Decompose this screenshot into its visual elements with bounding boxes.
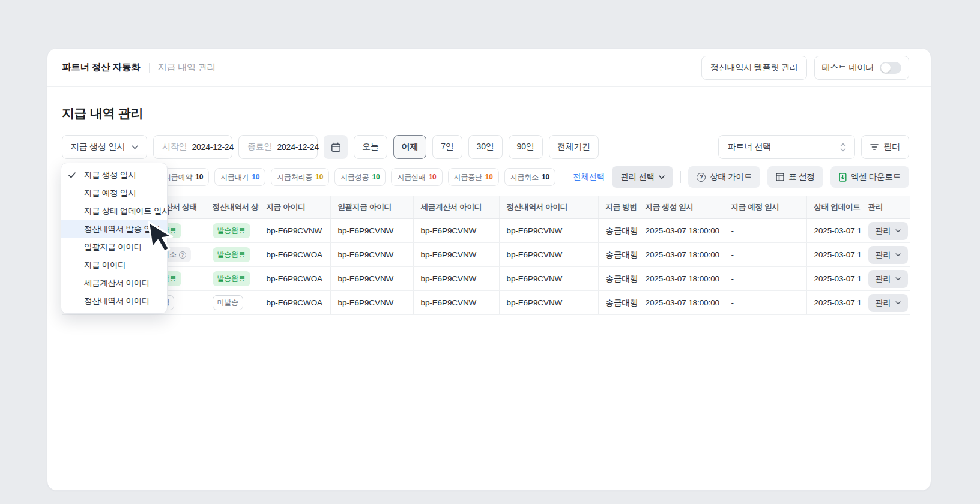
cell-method: 송금대행 [598,267,638,291]
status-chip-count: 10 [485,173,493,181]
cell-updated: 2025-03-07 18:00:00 [806,243,861,267]
cell-payment-id: bp-E6P9CWOA [259,291,330,315]
cell-payment-id: bp-E6P9CWOA [259,267,330,291]
status-guide-button[interactable]: ? 상태 가이드 [688,166,760,188]
table-grid-icon [776,173,784,181]
status-chip-label: 지급취소 [510,172,539,182]
cell-tax-id: bp-E6P9CVNW [413,291,499,315]
table-settings-button[interactable]: 표 설정 [767,166,823,188]
quick-range-button[interactable]: 어제 [393,135,427,159]
table-row: 발행완료발송완료bp-E6P9CVNWbp-E6P9CVNWbp-E6P9CVN… [62,219,910,243]
menu-item[interactable]: 지급 생성 일시 [61,166,167,184]
column-header-stmt-id: 정산내역서 아이디 [499,196,598,219]
date-type-menu: 지급 생성 일시지급 예정 일시지급 상태 업데이트 일시정산내역서 발송 일시… [61,163,168,314]
app-title: 파트너 정산 자동화 [62,61,141,74]
breadcrumb: 지급 내역 관리 [158,62,216,73]
status-chip[interactable]: 지급실패10 [391,168,442,186]
status-badge-label: 미발송 [217,298,238,308]
row-manage-button[interactable]: 관리 [868,270,908,288]
menu-item[interactable]: 지급 예정 일시 [61,184,167,202]
row-manage-label: 관리 [876,274,891,284]
status-chip[interactable]: 지급처리중10 [271,168,329,186]
menu-item-label: 정산내역서 발송 일시 [84,224,160,235]
quick-range-button[interactable]: 90일 [509,135,543,159]
cell-method: 송금대행 [598,219,638,243]
excel-download-button[interactable]: 엑셀 다운로드 [830,166,909,188]
menu-item-label: 지급 생성 일시 [84,170,136,181]
column-header-scheduled: 지급 예정 일시 [724,196,806,219]
menu-item[interactable]: 지급 아이디 [61,256,167,274]
manage-select-button[interactable]: 관리 선택 [612,166,673,188]
row-manage-button[interactable]: 관리 [868,246,908,264]
quick-range-button[interactable]: 7일 [432,135,462,159]
menu-item-label: 지급 예정 일시 [84,188,136,199]
menu-item[interactable]: 세금계산서 아이디 [61,274,167,292]
status-chip[interactable]: 지급취소10 [504,168,555,186]
status-chip[interactable]: 지급성공10 [334,168,386,186]
statement-template-button[interactable]: 정산내역서 템플릿 관리 [701,56,806,80]
cell-method: 송금대행 [598,243,638,267]
end-date-input[interactable]: 종료일 2024-12-24 [238,135,318,159]
chevron-down-icon [895,253,901,257]
start-date-value: 2024-12-24 [192,142,234,152]
status-chip-label: 지급중단 [454,172,482,182]
column-header-method: 지급 방법 [598,196,638,219]
start-date-input[interactable]: 시작일 2024-12-24 [153,135,232,159]
status-chip-count: 10 [372,173,380,181]
status-chip-label: 지급성공 [340,172,369,182]
cell-scheduled: - [724,219,806,243]
column-header-updated: 상태 업데이트 일시 [806,196,861,219]
toggle-knob [881,63,891,73]
date-type-select[interactable]: 지급 생성 일시 [62,135,147,159]
menu-item[interactable]: 정산내역서 아이디 [61,292,167,310]
menu-item[interactable]: 일괄지급 아이디 [61,238,167,256]
test-data-toggle[interactable] [880,62,901,74]
cell-updated: 2025-03-07 18:00:00 [806,291,861,315]
row-manage-button[interactable]: 관리 [868,222,908,240]
status-chip-count: 10 [429,173,437,181]
chevron-down-icon [132,145,138,149]
column-header-manage: 관리 [861,196,910,219]
select-all-link[interactable]: 전체선택 [573,172,605,182]
test-data-label: 테스트 데이터 [822,62,874,73]
menu-item-label: 지급 아이디 [84,260,126,271]
file-download-icon [839,173,847,182]
filter-icon [870,143,879,151]
breadcrumb-divider [149,63,150,73]
status-chip[interactable]: 지급대기10 [214,168,265,186]
calendar-button[interactable] [324,135,348,159]
test-data-toggle-box[interactable]: 테스트 데이터 [814,56,910,80]
status-chip[interactable]: 지급중단10 [448,168,499,186]
menu-item[interactable]: 정산내역서 발송 일시 [61,220,167,238]
cell-stmt-status: 발송완료 [205,267,259,291]
cell-scheduled: - [724,267,806,291]
check-icon [68,172,76,179]
cell-stmt-id: bp-E6P9CVNW [499,243,598,267]
cell-tax-id: bp-E6P9CVNW [413,267,499,291]
row-manage-button[interactable]: 관리 [868,294,908,312]
partner-select[interactable]: 파트너 선택 [718,135,855,159]
cell-bulk-id: bp-E6P9CVNW [330,243,413,267]
cell-stmt-status: 발송완료 [205,243,259,267]
table-row: 미발행미발송bp-E6P9CWOAbp-E6P9CVNWbp-E6P9CVNWb… [62,291,910,315]
table-row: 발행취소?발송완료bp-E6P9CWOAbp-E6P9CVNWbp-E6P9CV… [62,243,910,267]
chevron-up-down-icon [840,143,846,152]
cell-scheduled: - [724,291,806,315]
quick-range-button[interactable]: 30일 [468,135,503,159]
quick-range-button[interactable]: 전체기간 [549,135,599,159]
cell-bulk-id: bp-E6P9CVNW [330,291,413,315]
cell-manage: 관리 [861,291,910,315]
chevron-down-icon [659,175,665,179]
cell-updated: 2025-03-07 18:00:00 [806,219,861,243]
cell-stmt-id: bp-E6P9CVNW [499,219,598,243]
cell-payment-id: bp-E6P9CVNW [259,219,330,243]
help-circle-icon[interactable]: ? [179,251,186,259]
filter-row: 지급 생성 일시 시작일 2024-12-24 종료일 2024-12-24 [62,135,909,159]
quick-range-button[interactable]: 오늘 [354,135,387,159]
status-badge-label: 발송완료 [217,250,246,260]
menu-item[interactable]: 지급 상태 업데이트 일시 [61,202,167,220]
status-chip-label: 지급예약 [164,172,192,182]
column-header-created: 지급 생성 일시 [638,196,724,219]
filter-button[interactable]: 필터 [861,135,909,159]
status-badge-label: 발송완료 [217,274,246,284]
